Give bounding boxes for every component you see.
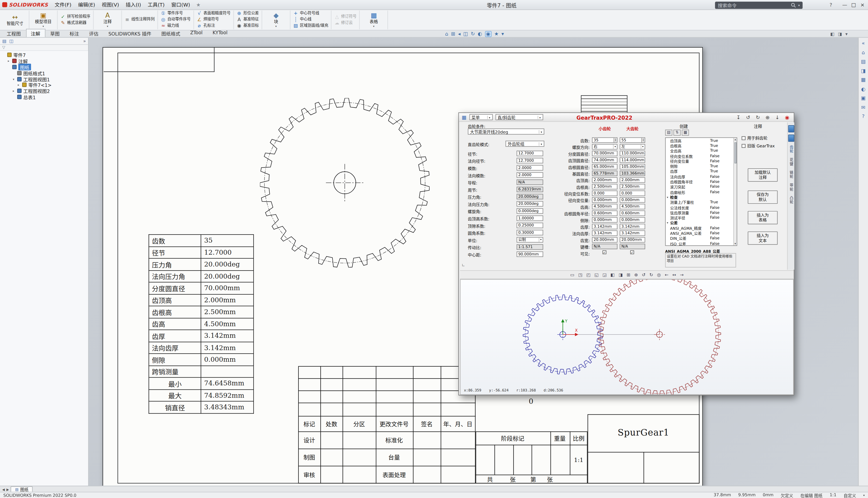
- ribbon-button-spell-checker[interactable]: ✓拼写检验程序: [59, 14, 91, 19]
- create-item-measure-over-pins[interactable]: 测量上/下量柱True: [666, 200, 737, 205]
- ribbon-button-area-hatch-fill[interactable]: ▨区域剖面线/填充: [292, 23, 330, 29]
- tree-item-part7-root[interactable]: 零件7: [0, 52, 88, 58]
- backlash-gear-field[interactable]: 0.000mm: [620, 217, 645, 223]
- create-items-list[interactable]: 齿顶高True齿根高True全齿高True径向变位系数False径向变位量Fal…: [665, 137, 737, 246]
- keyway-gear-field[interactable]: N/A: [620, 244, 645, 249]
- tooth-thickness-gear-field[interactable]: 3.142mm: [620, 224, 645, 229]
- load-default-annotation-button[interactable]: 加载默认 注释: [748, 168, 778, 182]
- scroll-down-icon[interactable]: ▼: [734, 243, 737, 245]
- ribbon-button-tables[interactable]: ▦表格▾: [361, 12, 386, 28]
- create-item-tooth-thickness[interactable]: 齿厚True: [666, 169, 737, 174]
- gear-mesh-preview[interactable]: YX x:86.359y:-56.624r:103.268d:206.536: [460, 279, 794, 395]
- hand-pinion-field[interactable]: 右▾: [592, 144, 617, 149]
- rotate-ccw-icon[interactable]: ↺: [642, 272, 646, 277]
- ribbon-button-auto-balloon[interactable]: ◎自动零件序号: [159, 17, 192, 23]
- tab-sheet-format[interactable]: 图纸格式: [156, 29, 185, 37]
- normal-tooth-thickness-gear-field[interactable]: 3.142mm: [620, 231, 645, 236]
- addendum-pinion-field[interactable]: 2.000mm: [592, 177, 617, 183]
- create-item-dedendum[interactable]: 齿根高True: [666, 143, 737, 148]
- create-item-normal-tooth-thickness[interactable]: 法向齿厚False: [666, 174, 737, 179]
- addendum-factor-field[interactable]: 1.00000: [516, 215, 543, 221]
- scroll-up-icon[interactable]: ▲: [734, 139, 737, 141]
- pan-left-icon[interactable]: ←: [665, 272, 668, 277]
- tab-drawing[interactable]: 工程图: [2, 29, 26, 37]
- minimize-button[interactable]: —: [840, 0, 849, 9]
- create-item-span-measurement[interactable]: 公法线长度False: [666, 205, 737, 210]
- display-pane-tab-icon[interactable]: ◫: [9, 39, 13, 43]
- normal-module-field[interactable]: 2.0000: [516, 172, 543, 178]
- tab-annotation[interactable]: 注解: [26, 29, 45, 37]
- ratio-field[interactable]: 1:1.571: [516, 244, 543, 250]
- ribbon-button-balloon[interactable]: ①零件序号: [159, 11, 192, 17]
- center-distance-field[interactable]: 90.000mm: [516, 251, 543, 257]
- tooth-thickness-pinion-field[interactable]: 3.142mm: [592, 224, 617, 229]
- face-width-gear-field[interactable]: 20.000mm: [620, 237, 645, 243]
- close-button[interactable]: ×: [858, 0, 867, 9]
- tree-item-drawing-view2[interactable]: ▸工程图视图2: [0, 88, 88, 94]
- previous-view-icon[interactable]: ◂: [458, 31, 461, 36]
- ribbon-button-hole-callout[interactable]: ⌀孔标注: [196, 23, 232, 29]
- sheet-tab-prev-icon[interactable]: ◀: [2, 487, 5, 491]
- corner-bottom-left-view-icon[interactable]: ◱: [594, 272, 599, 277]
- corner-bottom-right-view-icon[interactable]: ◲: [602, 272, 607, 277]
- create-item-shift-coefficient[interactable]: 径向变位系数False: [666, 154, 737, 158]
- create-item-root-fillet-radius[interactable]: 齿根圆角半径False: [666, 179, 737, 184]
- geartrax-menu-select[interactable]: 菜单 ▾: [469, 114, 493, 120]
- ribbon-button-revision-cloud[interactable]: ☁修订云: [333, 21, 358, 26]
- dedendum-pinion-field[interactable]: 2.500mm: [592, 184, 617, 189]
- outside-diameter-gear-field[interactable]: 114.000mm: [620, 157, 645, 163]
- normal-pressure-angle-field[interactable]: 20.000deg: [516, 201, 543, 207]
- fillet-factor-field[interactable]: 0.30000: [516, 230, 543, 235]
- geartrax-dialog[interactable]: ▦ 菜单 ▾ 直/斜齿轮 ▾ GearTraxPRO-2022 ↧↺↻⊕↓◉ 齿…: [458, 112, 794, 395]
- ribbon-button-smart-dimension[interactable]: ↔智能尺寸: [3, 14, 27, 26]
- pan-both-icon[interactable]: ↔: [672, 272, 676, 277]
- ribbon-button-format-painter[interactable]: ✎格式涂刷器: [59, 21, 91, 26]
- dedendum-gear-field[interactable]: 2.500mm: [620, 184, 645, 189]
- pitch-diameter-gear-field[interactable]: 110.000mm: [620, 150, 645, 156]
- tree-item-annotations[interactable]: ▸注解: [0, 58, 88, 64]
- pane-collapse-icon[interactable]: ▾: [845, 31, 847, 36]
- hand-gear-field[interactable]: 左▾: [620, 144, 645, 149]
- tab-ztool[interactable]: ZTool: [185, 29, 208, 37]
- zoom-fit-icon[interactable]: ⌂: [445, 31, 448, 36]
- whole-depth-pinion-field[interactable]: 4.500mm: [592, 204, 617, 209]
- base-diameter-pinion-field[interactable]: 65.778mm: [592, 171, 617, 176]
- undo-icon[interactable]: ↺: [746, 114, 750, 120]
- sheet-tab-next-icon[interactable]: ▶: [7, 487, 9, 491]
- shift-coefficient-pinion-field[interactable]: 0.000: [592, 191, 617, 196]
- module-tab-splines[interactable]: 花键: [788, 157, 794, 167]
- favorites-star-icon[interactable]: ★: [193, 2, 203, 8]
- left-half-view-icon[interactable]: ◧: [611, 272, 615, 277]
- box-view-icon[interactable]: ▭: [570, 272, 574, 277]
- redo-icon[interactable]: ↻: [756, 114, 760, 120]
- maximize-button[interactable]: □: [849, 0, 858, 9]
- whole-depth-gear-field[interactable]: 4.500mm: [620, 204, 645, 209]
- tree-item-drawing-view1[interactable]: ▾工程图视图1: [0, 76, 88, 82]
- create-item-agma-tolerance[interactable]: ANSI_AGMA_公差False: [666, 231, 737, 236]
- right-half-view-icon[interactable]: ◨: [619, 272, 623, 277]
- ribbon-button-revision-symbol[interactable]: △修订符号: [333, 14, 358, 19]
- zoom-center-icon[interactable]: ⊕: [634, 272, 638, 277]
- pane-right-icon[interactable]: ◨: [838, 31, 842, 36]
- module-tab-pulleys[interactable]: 带轮: [788, 182, 794, 193]
- tree-filter-row[interactable]: ▽: [0, 45, 88, 51]
- insert-as-text-button[interactable]: 插入为 文本: [748, 232, 778, 245]
- shift-amount-gear-field[interactable]: 0.000mm: [620, 197, 645, 203]
- tree-expand-icon[interactable]: ▾: [12, 77, 15, 81]
- create-item-tooth-profile[interactable]: 齿廓绘形False: [666, 189, 737, 195]
- circular-pitch-field[interactable]: 6.28319mm: [516, 187, 543, 192]
- insert-as-table-button[interactable]: 插入为 表格: [748, 211, 778, 224]
- sort-icon[interactable]: ⇅: [673, 130, 681, 135]
- pressure-angle-field[interactable]: 20.000deg: [516, 194, 543, 199]
- secondary-module-icon[interactable]: [788, 134, 794, 142]
- active-module-icon[interactable]: [788, 125, 794, 132]
- spinner-icon[interactable]: ▴▾: [641, 138, 644, 142]
- use-for-helical-checkbox[interactable]: 用于斜齿轮: [742, 135, 767, 141]
- tree-item-sheet[interactable]: 图纸: [0, 64, 88, 70]
- teeth-pinion-field[interactable]: 35▴▾: [592, 137, 617, 143]
- lead-field[interactable]: N/A: [516, 179, 543, 185]
- backlash-pinion-field[interactable]: 0.000mm: [592, 217, 617, 223]
- section-view-icon[interactable]: ◫: [463, 31, 468, 36]
- measure-icon[interactable]: ◎: [657, 272, 661, 277]
- outside-diameter-pinion-field[interactable]: 74.000mm: [592, 157, 617, 163]
